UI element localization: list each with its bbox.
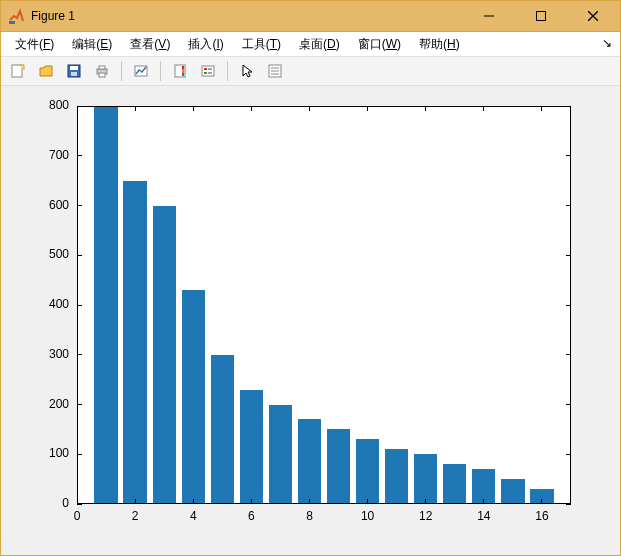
print-icon[interactable] (89, 59, 115, 83)
bar (94, 106, 117, 504)
toolbar (1, 57, 620, 86)
maximize-button[interactable] (518, 1, 564, 31)
y-tick-label: 200 (49, 397, 69, 411)
bar (472, 469, 495, 504)
menu-view[interactable]: 查看(V) (122, 34, 178, 55)
menu-help[interactable]: 帮助(H) (411, 34, 468, 55)
colorbar-icon[interactable] (167, 59, 193, 83)
bar (443, 464, 466, 504)
window-title: Figure 1 (31, 9, 75, 23)
x-tick-label: 6 (248, 509, 255, 523)
toolbar-separator (160, 61, 161, 81)
link-plot-icon[interactable] (128, 59, 154, 83)
svg-rect-18 (204, 68, 207, 70)
bar (298, 419, 321, 504)
bar (240, 390, 263, 504)
open-icon[interactable] (33, 59, 59, 83)
x-tick-label: 12 (419, 509, 433, 523)
bar (153, 206, 176, 505)
titlebar: Figure 1 (1, 1, 620, 31)
bar (414, 454, 437, 504)
x-tick-label: 2 (132, 509, 139, 523)
menu-desktop[interactable]: 桌面(D) (291, 34, 348, 55)
x-tick-label: 0 (74, 509, 81, 523)
bar (356, 439, 379, 504)
svg-rect-15 (182, 66, 184, 69)
axes-box (78, 107, 571, 504)
svg-rect-17 (202, 66, 214, 76)
menu-file[interactable]: 文件(F) (7, 34, 62, 55)
y-tick-label: 700 (49, 148, 69, 162)
bar (182, 290, 205, 504)
svg-rect-5 (12, 65, 22, 77)
menubar: 文件(F) 编辑(E) 查看(V) 插入(I) 工具(T) 桌面(D) 窗口(W… (1, 31, 620, 57)
pointer-icon[interactable] (234, 59, 260, 83)
bar (123, 181, 146, 504)
property-editor-icon[interactable] (262, 59, 288, 83)
bar (327, 429, 350, 504)
svg-rect-10 (99, 66, 105, 69)
menu-edit[interactable]: 编辑(E) (64, 34, 120, 55)
y-tick-label: 400 (49, 297, 69, 311)
svg-rect-2 (537, 12, 546, 21)
y-tick-label: 100 (49, 446, 69, 460)
menu-window[interactable]: 窗口(W) (350, 34, 409, 55)
y-tick-label: 0 (62, 496, 69, 510)
svg-rect-11 (99, 73, 105, 77)
bar (501, 479, 524, 504)
dock-controls-icon[interactable]: ↘ (602, 36, 612, 50)
x-tick-label: 8 (306, 509, 313, 523)
menu-insert[interactable]: 插入(I) (180, 34, 231, 55)
svg-rect-19 (204, 72, 207, 74)
minimize-button[interactable] (466, 1, 512, 31)
x-tick-label: 4 (190, 509, 197, 523)
y-tick-label: 600 (49, 198, 69, 212)
toolbar-separator (121, 61, 122, 81)
x-tick-label: 14 (477, 509, 491, 523)
toolbar-separator (227, 61, 228, 81)
y-tick-label: 800 (49, 98, 69, 112)
menu-tools[interactable]: 工具(T) (234, 34, 289, 55)
matlab-figure-icon (9, 8, 25, 24)
svg-rect-8 (71, 72, 77, 76)
x-tick-label: 16 (535, 509, 549, 523)
close-button[interactable] (570, 1, 616, 31)
figure-area[interactable]: 02468101214160100200300400500600700800 (1, 86, 620, 555)
bar (269, 405, 292, 505)
bar-chart: 02468101214160100200300400500600700800 (1, 86, 620, 555)
y-tick-label: 300 (49, 347, 69, 361)
save-icon[interactable] (61, 59, 87, 83)
svg-rect-7 (70, 66, 78, 70)
bar (211, 355, 234, 504)
bar (385, 449, 408, 504)
figure-window: Figure 1 文件(F) 编辑(E) 查看(V) 插入(I) 工具(T) 桌… (0, 0, 621, 556)
x-tick-label: 10 (361, 509, 375, 523)
legend-icon[interactable] (195, 59, 221, 83)
svg-rect-16 (182, 73, 184, 76)
new-figure-icon[interactable] (5, 59, 31, 83)
svg-rect-0 (9, 21, 15, 24)
y-tick-label: 500 (49, 247, 69, 261)
